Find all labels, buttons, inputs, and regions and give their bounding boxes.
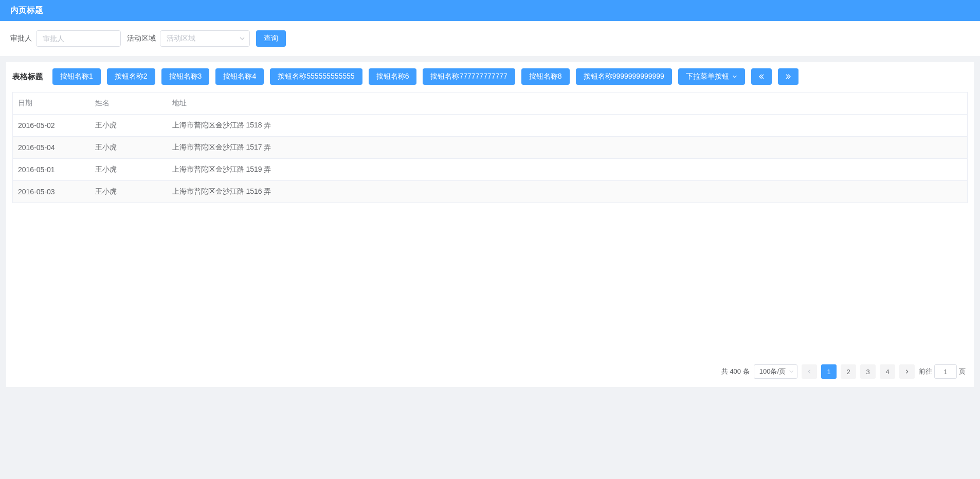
cell-date: 2016-05-01 — [13, 159, 90, 181]
cell-name: 王小虎 — [90, 115, 167, 137]
table-wrapper: 日期 姓名 地址 2016-05-02王小虎上海市普陀区金沙江路 1518 弄2… — [12, 92, 968, 359]
region-select[interactable]: 活动区域 — [160, 30, 250, 47]
dropdown-label: 下拉菜单按钮 — [686, 72, 729, 81]
action-button-2[interactable]: 按钮名称2 — [107, 68, 155, 85]
filter-region: 活动区域 活动区域 — [127, 30, 250, 47]
page-size-value: 100条/页 — [759, 367, 786, 376]
approver-label: 审批人 — [10, 34, 32, 43]
table-row: 2016-05-01王小虎上海市普陀区金沙江路 1519 弄 — [13, 159, 968, 181]
region-label: 活动区域 — [127, 34, 156, 43]
chevron-left-icon — [807, 369, 812, 374]
action-button-6[interactable]: 按钮名称6 — [369, 68, 417, 85]
jump-input[interactable] — [934, 364, 957, 379]
scroll-right-button[interactable] — [778, 68, 798, 85]
cell-name: 王小虎 — [90, 159, 167, 181]
action-button-3[interactable]: 按钮名称3 — [161, 68, 210, 85]
content-card: 表格标题 按钮名称1按钮名称2按钮名称3按钮名称4按钮名称55555555555… — [6, 62, 974, 387]
cell-date: 2016-05-04 — [13, 137, 90, 159]
cell-address: 上海市普陀区金沙江路 1519 弄 — [167, 159, 968, 181]
pagination-page-1[interactable]: 1 — [821, 364, 837, 379]
col-header-date: 日期 — [13, 93, 90, 115]
card-title: 表格标题 — [12, 72, 43, 82]
col-header-address: 地址 — [167, 93, 968, 115]
action-button-1[interactable]: 按钮名称1 — [52, 68, 101, 85]
scroll-left-button[interactable] — [751, 68, 772, 85]
page-title: 内页标题 — [10, 6, 43, 14]
table-row: 2016-05-03王小虎上海市普陀区金沙江路 1516 弄 — [13, 181, 968, 203]
action-button-9[interactable]: 按钮名称9999999999999 — [576, 68, 672, 85]
filter-approver: 审批人 — [10, 30, 121, 47]
region-select-placeholder: 活动区域 — [167, 34, 195, 43]
query-button[interactable]: 查询 — [256, 30, 286, 47]
table-row: 2016-05-02王小虎上海市普陀区金沙江路 1518 弄 — [13, 115, 968, 137]
double-chevron-right-icon — [785, 73, 792, 80]
action-button-8[interactable]: 按钮名称8 — [521, 68, 570, 85]
action-button-7[interactable]: 按钮名称777777777777 — [423, 68, 515, 85]
action-button-row: 按钮名称1按钮名称2按钮名称3按钮名称4按钮名称555555555555按钮名称… — [52, 68, 798, 85]
pagination-total: 共 400 条 — [721, 367, 750, 376]
pagination: 共 400 条 100条/页 1234 前往 页 — [12, 359, 968, 381]
pagination-page-3[interactable]: 3 — [860, 364, 876, 379]
pagination-jump: 前往 页 — [919, 364, 966, 379]
cell-date: 2016-05-02 — [13, 115, 90, 137]
jump-prefix: 前往 — [919, 367, 932, 376]
cell-date: 2016-05-03 — [13, 181, 90, 203]
chevron-down-icon — [732, 74, 737, 79]
jump-suffix: 页 — [959, 367, 966, 376]
double-chevron-left-icon — [758, 73, 765, 80]
table-row: 2016-05-04王小虎上海市普陀区金沙江路 1517 弄 — [13, 137, 968, 159]
pagination-prev-button[interactable] — [802, 364, 817, 379]
cell-name: 王小虎 — [90, 181, 167, 203]
filter-bar: 审批人 活动区域 活动区域 查询 — [0, 21, 980, 56]
chevron-down-icon — [239, 35, 245, 42]
page-size-select[interactable]: 100条/页 — [754, 364, 797, 379]
pagination-page-4[interactable]: 4 — [880, 364, 895, 379]
table-header-row: 日期 姓名 地址 — [13, 93, 968, 115]
pagination-page-2[interactable]: 2 — [841, 364, 856, 379]
action-button-4[interactable]: 按钮名称4 — [215, 68, 264, 85]
card-header: 表格标题 按钮名称1按钮名称2按钮名称3按钮名称4按钮名称55555555555… — [12, 68, 968, 85]
dropdown-button[interactable]: 下拉菜单按钮 — [678, 68, 745, 85]
col-header-name: 姓名 — [90, 93, 167, 115]
chevron-down-icon — [789, 369, 794, 374]
cell-name: 王小虎 — [90, 137, 167, 159]
cell-address: 上海市普陀区金沙江路 1516 弄 — [167, 181, 968, 203]
cell-address: 上海市普陀区金沙江路 1518 弄 — [167, 115, 968, 137]
cell-address: 上海市普陀区金沙江路 1517 弄 — [167, 137, 968, 159]
chevron-right-icon — [904, 369, 910, 374]
pagination-next-button[interactable] — [899, 364, 915, 379]
action-button-5[interactable]: 按钮名称555555555555 — [270, 68, 362, 85]
page-header: 内页标题 — [0, 0, 980, 21]
approver-input[interactable] — [36, 30, 121, 47]
data-table: 日期 姓名 地址 2016-05-02王小虎上海市普陀区金沙江路 1518 弄2… — [12, 92, 968, 203]
